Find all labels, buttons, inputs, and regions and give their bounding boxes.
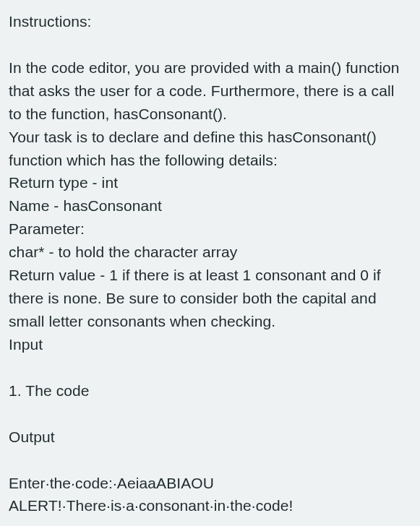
input-heading: Input xyxy=(9,333,411,356)
output-heading: Output xyxy=(9,426,411,449)
detail-return-value: Return value - 1 if there is at least 1 … xyxy=(9,264,411,333)
detail-parameter-label: Parameter: xyxy=(9,217,411,241)
intro-paragraph-1: In the code editor, you are provided wit… xyxy=(9,56,411,126)
intro-paragraph-2: Your task is to declare and define this … xyxy=(9,126,411,172)
output-line-2: ALERT!·There·is·a·consonant·in·the·code! xyxy=(9,494,411,517)
output-line-1: Enter·the·code:·AeiaaABIAOU xyxy=(9,472,411,495)
input-item: 1. The code xyxy=(9,379,411,402)
instructions-heading: Instructions: xyxy=(9,10,411,33)
instructions-document: Instructions: In the code editor, you ar… xyxy=(0,0,420,517)
detail-name: Name - hasConsonant xyxy=(9,194,411,217)
detail-parameter-desc: char* - to hold the character array xyxy=(9,241,411,264)
instructions-body: In the code editor, you are provided wit… xyxy=(9,56,411,517)
detail-return-type: Return type - int xyxy=(9,171,411,194)
